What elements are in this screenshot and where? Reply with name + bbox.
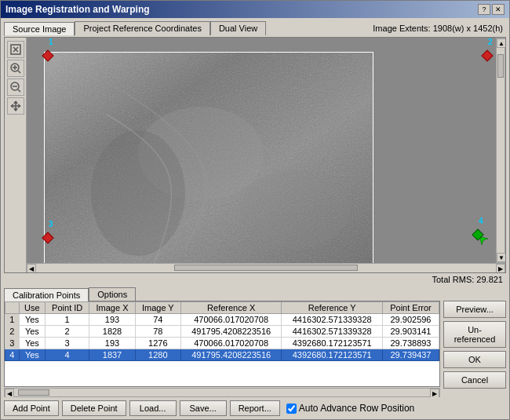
report-button[interactable]: Report... — [230, 400, 280, 416]
h-scroll-track[interactable] — [36, 264, 496, 272]
action-row: Add Point Delete Point Load... Save... R… — [4, 400, 506, 416]
image-v-scrollbar[interactable]: ▲ ▼ — [496, 38, 505, 263]
calib-tab-bar: Calibration Points Options — [4, 287, 506, 301]
table-scroll-right[interactable]: ▶ — [430, 389, 439, 397]
table-cell-4[interactable]: 1280 — [135, 349, 180, 361]
save-button[interactable]: Save... — [180, 400, 227, 416]
gcp-marker-1[interactable]: 1 — [41, 49, 55, 65]
table-cell-2[interactable]: 4 — [46, 349, 89, 361]
gcp-marker-2[interactable]: 2 — [480, 49, 494, 65]
table-cell-0[interactable]: 1 — [5, 314, 20, 326]
v-scroll-up[interactable]: ▲ — [497, 38, 505, 48]
zoom-out-tool[interactable] — [7, 79, 24, 96]
preview-button[interactable]: Preview... — [443, 301, 506, 318]
auto-advance-checkbox[interactable] — [286, 404, 297, 414]
zoom-in-tool[interactable] — [7, 60, 24, 77]
col-header-point-id[interactable]: Point ID — [46, 302, 89, 314]
delete-point-button[interactable]: Delete Point — [62, 400, 126, 416]
image-extents: Image Extents: 1908(w) x 1452(h) — [373, 24, 503, 33]
table-row[interactable]: 1Yes119374470066.0170207084416302.571339… — [5, 314, 439, 326]
table-row[interactable]: 2Yes2182878491795.42082235164416302.5713… — [5, 326, 439, 338]
svg-marker-19 — [480, 237, 488, 245]
table-cell-4[interactable]: 78 — [135, 326, 180, 338]
table-cell-3[interactable]: 1828 — [89, 326, 135, 338]
table-cell-5[interactable]: 491795.4208223516 — [180, 326, 282, 338]
data-table: Use Point ID Image X Image Y Reference X… — [5, 301, 439, 361]
col-header-image-x[interactable]: Image X — [89, 302, 135, 314]
table-scroll-track[interactable] — [14, 389, 430, 396]
table-cell-1[interactable]: Yes — [19, 349, 45, 361]
table-scroll-thumb[interactable] — [18, 389, 49, 396]
table-cell-5[interactable]: 491795.4208223516 — [180, 349, 282, 361]
table-row[interactable]: 4Yes418371280491795.42082235164392680.17… — [5, 349, 439, 361]
h-scroll-right[interactable]: ▶ — [496, 264, 505, 272]
tab-options[interactable]: Options — [89, 287, 136, 301]
table-cell-5[interactable]: 470066.017020708 — [180, 314, 282, 326]
table-h-scrollbar[interactable]: ◀ ▶ — [4, 388, 440, 397]
h-scroll-left[interactable]: ◀ — [27, 264, 36, 272]
table-cell-0[interactable]: 2 — [5, 326, 20, 338]
col-header-use[interactable]: Use — [19, 302, 45, 314]
table-cell-7[interactable]: 29.739437 — [382, 349, 439, 361]
table-cell-7[interactable]: 29.738893 — [382, 338, 439, 349]
svg-line-8 — [18, 89, 20, 92]
table-cell-3[interactable]: 1837 — [89, 349, 135, 361]
image-h-scrollbar[interactable]: ◀ ▶ — [27, 263, 505, 272]
table-cell-1[interactable]: Yes — [19, 326, 45, 338]
table-cell-3[interactable]: 193 — [89, 314, 135, 326]
tab-dual-view[interactable]: Dual View — [210, 21, 266, 35]
title-bar-buttons: ? ✕ — [478, 4, 505, 15]
table-cell-5[interactable]: 470066.017020708 — [180, 338, 282, 349]
tab-source-image[interactable]: Source Image — [4, 22, 75, 36]
gcp-marker-3[interactable]: 3 — [41, 231, 55, 247]
col-header-ref-x[interactable]: Reference X — [180, 302, 282, 314]
pan-tool[interactable] — [7, 97, 24, 115]
h-scroll-thumb[interactable] — [174, 265, 358, 271]
v-scroll-down[interactable]: ▼ — [497, 253, 505, 262]
svg-line-4 — [18, 71, 20, 73]
table-cell-1[interactable]: Yes — [19, 338, 45, 349]
calibration-table[interactable]: Use Point ID Image X Image Y Reference X… — [4, 301, 440, 387]
table-cell-3[interactable]: 193 — [89, 338, 135, 349]
tab-project-reference[interactable]: Project Reference Coordinates — [75, 21, 209, 35]
ok-button[interactable]: OK — [443, 351, 506, 368]
add-point-button[interactable]: Add Point — [4, 400, 59, 416]
bottom-section: Calibration Points Options Use Point ID — [4, 286, 506, 416]
un-referenced-button[interactable]: Un-referenced — [443, 321, 506, 348]
image-container[interactable]: 1 2 — [27, 38, 496, 263]
total-rms: Total RMS: 29.821 — [4, 273, 506, 286]
col-header-point-error[interactable]: Point Error — [382, 302, 439, 314]
svg-rect-15 — [42, 50, 53, 61]
table-cell-7[interactable]: 29.903141 — [382, 326, 439, 338]
table-scroll-left[interactable]: ◀ — [5, 389, 14, 397]
table-cell-0[interactable]: 4 — [5, 349, 20, 361]
top-area: Source Image Project Reference Coordinat… — [4, 21, 506, 35]
v-scroll-track[interactable] — [497, 48, 505, 253]
table-cell-6[interactable]: 4416302.571339328 — [282, 326, 383, 338]
table-cell-6[interactable]: 4416302.571339328 — [282, 314, 383, 326]
cancel-button[interactable]: Cancel — [443, 371, 506, 389]
zoom-extent-tool[interactable] — [7, 41, 24, 58]
table-cell-6[interactable]: 4392680.172123571 — [282, 338, 383, 349]
table-row[interactable]: 3Yes31931276470066.0170207084392680.1721… — [5, 338, 439, 349]
table-cell-1[interactable]: Yes — [19, 314, 45, 326]
col-header-ref-y[interactable]: Reference Y — [282, 302, 383, 314]
table-cell-2[interactable]: 2 — [46, 326, 89, 338]
title-bar: Image Registration and Warping ? ✕ — [1, 1, 509, 18]
col-header-image-y[interactable]: Image Y — [135, 302, 180, 314]
tab-calibration-points[interactable]: Calibration Points — [4, 288, 89, 301]
auto-advance-label: Auto Advance Row Position — [286, 403, 414, 414]
table-cell-6[interactable]: 4392680.172123571 — [282, 349, 383, 361]
table-cell-7[interactable]: 29.902596 — [382, 314, 439, 326]
image-panel: 1 2 — [4, 37, 506, 273]
help-button[interactable]: ? — [478, 4, 490, 15]
table-cell-0[interactable]: 3 — [5, 338, 20, 349]
load-button[interactable]: Load... — [129, 400, 177, 416]
tool-panel — [5, 38, 27, 272]
close-button[interactable]: ✕ — [492, 4, 505, 15]
table-cell-2[interactable]: 1 — [46, 314, 89, 326]
gcp-marker-4[interactable]: 4 — [471, 228, 488, 247]
table-cell-4[interactable]: 74 — [135, 314, 180, 326]
table-cell-4[interactable]: 1276 — [135, 338, 180, 349]
table-cell-2[interactable]: 3 — [46, 338, 89, 349]
